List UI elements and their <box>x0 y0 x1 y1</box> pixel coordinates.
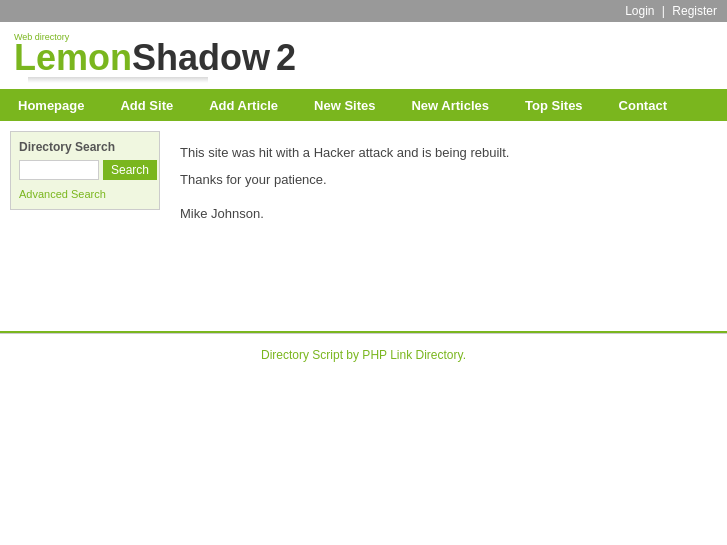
logo-shadow: Shadow <box>132 40 270 76</box>
directory-search-title: Directory Search <box>19 140 151 154</box>
logo: Web directory Lemon Shadow 2 <box>14 32 713 83</box>
advanced-search-link[interactable]: Advanced Search <box>19 188 106 200</box>
search-input[interactable] <box>19 160 99 180</box>
separator: | <box>662 4 665 18</box>
sidebar: Directory Search Search Advanced Search <box>10 131 160 311</box>
search-form: Search <box>19 160 151 180</box>
logo-lemon: Lemon <box>14 40 132 76</box>
main-layout: Directory Search Search Advanced Search … <box>0 121 727 321</box>
content-line2: Thanks for your patience. <box>180 168 707 191</box>
login-link[interactable]: Login <box>625 4 654 18</box>
search-button[interactable]: Search <box>103 160 157 180</box>
register-link[interactable]: Register <box>672 4 717 18</box>
nav: Homepage Add Site Add Article New Sites … <box>0 89 727 121</box>
header: Web directory Lemon Shadow 2 <box>0 22 727 89</box>
directory-search-box: Directory Search Search Advanced Search <box>10 131 160 210</box>
nav-new-articles[interactable]: New Articles <box>393 89 507 121</box>
footer: Directory Script by PHP Link Directory. <box>0 340 727 370</box>
nav-add-article[interactable]: Add Article <box>191 89 296 121</box>
top-bar: Login | Register <box>0 0 727 22</box>
nav-new-sites[interactable]: New Sites <box>296 89 393 121</box>
footer-link[interactable]: Directory Script by PHP Link Directory. <box>261 348 466 362</box>
content-line1: This site was hit with a Hacker attack a… <box>180 141 707 164</box>
logo-drop-shadow <box>28 77 208 83</box>
content-line3: Mike Johnson. <box>180 202 707 225</box>
content-area: This site was hit with a Hacker attack a… <box>170 131 717 311</box>
footer-divider-gray <box>0 333 727 334</box>
nav-contact[interactable]: Contact <box>601 89 685 121</box>
nav-add-site[interactable]: Add Site <box>102 89 191 121</box>
logo-two: 2 <box>276 40 296 76</box>
nav-top-sites[interactable]: Top Sites <box>507 89 601 121</box>
nav-homepage[interactable]: Homepage <box>0 89 102 121</box>
